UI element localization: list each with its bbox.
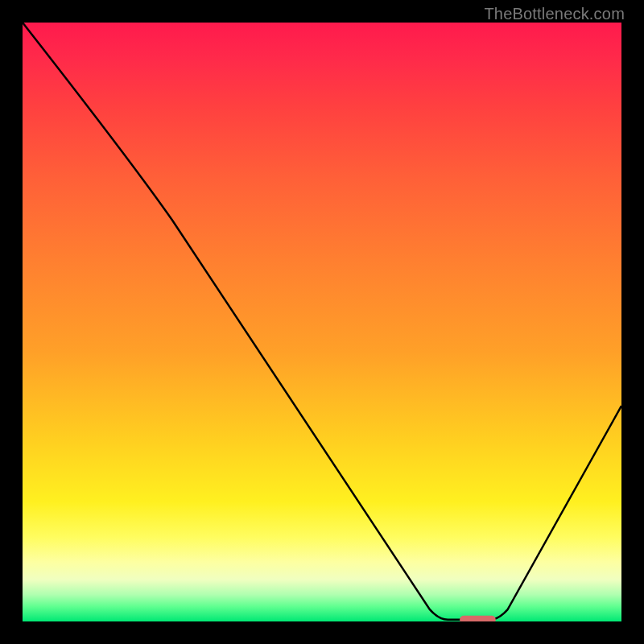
watermark-text: TheBottleneck.com	[484, 5, 625, 23]
chart-frame: TheBottleneck.com	[0, 0, 644, 644]
bottleneck-curve	[23, 23, 621, 620]
curve-layer	[23, 23, 621, 621]
optimum-marker	[460, 616, 496, 621]
plot-area	[23, 23, 621, 621]
